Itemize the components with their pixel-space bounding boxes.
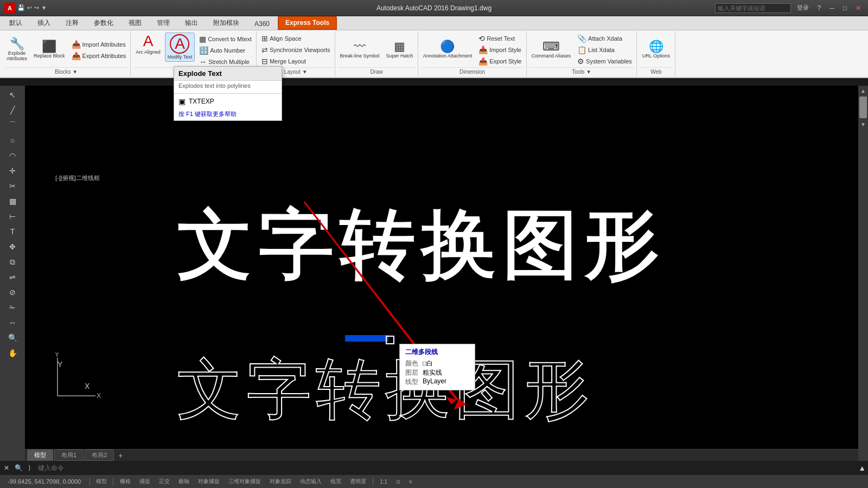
tab-express-tools[interactable]: Express Tools [278,16,337,30]
tab-default[interactable]: 默认 [2,16,29,30]
toolbar-zoom-btn[interactable]: 🔍 [3,331,22,345]
dynin-btn[interactable]: 动态输入 [298,478,324,485]
otrack-btn[interactable]: 对象追踪 [267,478,293,485]
toolbar-select-btn[interactable]: ↖ [3,88,22,102]
tab-view[interactable]: 视图 [122,16,149,30]
layout1-tab[interactable]: 布局1 [54,450,84,461]
divider3 [373,478,373,485]
break-line-btn[interactable]: 〰 Break-line Symbol [338,40,382,60]
3dosnap-btn[interactable]: 三维对象捕捉 [226,478,263,485]
toolbar-offset-btn[interactable]: ⊘ [3,285,22,299]
polar-btn[interactable]: 极轴 [176,478,192,485]
super-hatch-icon: ▦ [394,41,405,53]
import-style-btn[interactable]: 📥 Import Style [476,44,524,55]
snap-btn[interactable]: 捕捉 [137,478,152,485]
grid-btn[interactable]: 栅格 [118,478,133,485]
sync-viewports-btn[interactable]: ⇄ Synchronize Viewports [259,44,333,55]
toolbar-dimension-btn[interactable]: ⊢ [3,209,22,223]
merge-layout-btn[interactable]: ⊟ Merge Layout [259,56,333,67]
iso-view-btn[interactable]: ⊙ [394,479,403,485]
minimize-btn[interactable]: ─ [827,3,837,13]
ribbon-tabs: 默认 插入 注释 参数化 视图 管理 输出 附加模块 A360 Express … [0,16,868,30]
add-layout-btn[interactable]: + [115,451,126,460]
tab-output[interactable]: 输出 [178,16,205,30]
ribbon-group-blocks: 🔧 ExplodeAttributes ⬛ Replace Block 📥 Im… [2,31,131,76]
tooltip-color-label: 颜色 [405,359,418,368]
blocks-label[interactable]: Blocks ▼ [4,67,128,75]
tab-insert[interactable]: 插入 [30,16,58,30]
cmd-search-btn[interactable]: 🔍 [13,464,24,472]
toolbar-text-btn[interactable]: T [3,224,22,239]
annotation-attachment-btn[interactable]: 🔵 Annotation Attachment [421,40,475,60]
toolbar-pan-btn[interactable]: ✋ [3,346,22,360]
divider2 [113,478,113,485]
toolbar-polyline-btn[interactable]: ⌒ [3,118,22,132]
explode-attributes-btn[interactable]: 🔧 ExplodeAttributes [4,37,29,63]
convert-to-mtext-btn[interactable]: ▦ Convert to Mtext [197,34,254,44]
replace-block-btn[interactable]: ⬛ Replace Block [31,40,67,60]
close-btn[interactable]: ✕ [853,3,864,13]
transp-btn[interactable]: 透明度 [348,478,368,485]
import-attributes-btn[interactable]: 📥 Import Attributes [69,39,129,50]
tab-parametric[interactable]: 参数化 [87,16,120,30]
layout2-tab[interactable]: 布局2 [85,450,114,461]
auto-number-btn[interactable]: 🔢 Auto Number [197,45,254,56]
tab-manage[interactable]: 管理 [150,16,177,30]
scroll-down-btn[interactable]: ▼ [858,119,868,129]
toolbar-circle-btn[interactable]: ○ [3,133,22,147]
user-login-btn[interactable]: 登录 [794,3,812,13]
scroll-up-btn[interactable]: ▲ [858,86,868,95]
txtexp-command-item[interactable]: ▣ TXTEXP [174,95,282,108]
model-status-btn[interactable]: 模型 [94,478,108,485]
lweight-btn[interactable]: 线宽 [328,478,343,485]
tab-addins[interactable]: 附加模块 [206,16,246,30]
tooltip-layer-row: 图层 粗实线 [405,368,469,377]
toolbar-extend-btn[interactable]: ↔ [3,316,22,330]
toolbar-crosshair-btn[interactable]: ✛ [3,164,22,178]
system-variables-btn[interactable]: ⚙ System Variables [575,56,634,67]
stretch-multiple-btn[interactable]: ↔ Stretch Multiple [197,56,254,67]
zoom-ratio[interactable]: 1:1 [378,479,390,485]
super-hatch-btn[interactable]: ▦ Super Hatch [384,40,416,60]
cmd-arrow-btn[interactable]: ⟩ [27,464,33,472]
command-input[interactable] [36,464,855,472]
arc-aligned-btn[interactable]: A Arc Aligned [133,33,163,56]
url-options-btn[interactable]: 🌐 URL Options [640,40,672,60]
workspace-btn[interactable]: ≡ [407,479,414,485]
modify-text-btn[interactable]: A Modify Text [165,33,195,62]
replace-block-icon: ⬛ [42,41,56,53]
model-tab[interactable]: 模型 [27,450,53,461]
maximize-btn[interactable]: □ [840,3,850,13]
search-input[interactable] [715,3,791,13]
ortho-btn[interactable]: 正交 [157,478,172,485]
tab-annotate[interactable]: 注释 [59,16,86,30]
reset-text-btn[interactable]: ⟲ Reset Text [476,33,524,44]
osnap-btn[interactable]: 对象捕捉 [196,478,222,485]
import-style-icon: 📥 [478,46,488,54]
list-xdata-btn[interactable]: 📋 List Xdata [575,44,634,55]
customize-btn[interactable]: ▼ [41,5,47,11]
tab-a360[interactable]: A360 [247,17,277,30]
attach-xdata-btn[interactable]: 📎 Attach Xdata [575,33,634,44]
toolbar-draw-line-btn[interactable]: ╱ [3,103,22,117]
quick-save-btn[interactable]: 💾 [17,4,25,11]
export-style-btn[interactable]: 📤 Export Style [476,56,524,67]
command-aliases-btn[interactable]: ⌨ Command Aliases [529,40,573,60]
scroll-thumb[interactable] [859,97,867,118]
toolbar-trim-btn[interactable]: ✁ [3,300,22,314]
toolbar-move-btn[interactable]: ✥ [3,240,22,254]
align-space-btn[interactable]: ⊞ Align Space [259,33,333,44]
toolbar-copy-btn[interactable]: ⧉ [3,255,22,269]
tools-vertical: 📎 Attach Xdata 📋 List Xdata ⚙ System Var… [575,33,634,67]
toolbar-mirror-btn[interactable]: ⇌ [3,270,22,284]
toolbar-arc-btn[interactable]: ◠ [3,149,22,163]
redo-btn[interactable]: ↪ [34,4,39,11]
dropdown-help[interactable]: 按 F1 键获取更多帮助 [174,108,282,120]
toolbar-erase-btn[interactable]: ✂ [3,179,22,193]
command-expand-btn[interactable]: ▲ [858,464,866,472]
toolbar-hatch-btn[interactable]: ▩ [3,194,22,208]
undo-btn[interactable]: ↩ [27,4,32,11]
help-btn[interactable]: ? [815,3,824,13]
export-attributes-btn[interactable]: 📤 Export Attributes [69,50,129,61]
cmd-x-btn[interactable]: ✕ [2,464,11,472]
